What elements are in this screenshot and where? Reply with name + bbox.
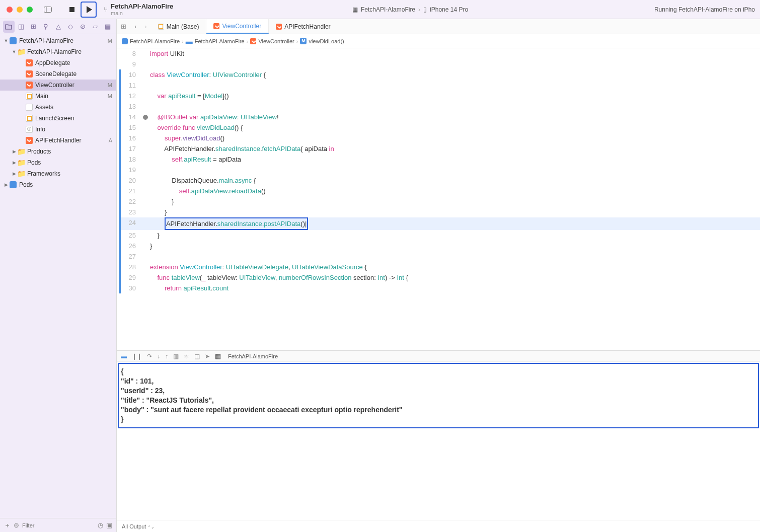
code-line[interactable]: 27	[119, 251, 760, 262]
code-line[interactable]: 15 override func viewDidLoad() {	[119, 122, 760, 133]
debug-navigator-icon[interactable]: ⊘	[77, 21, 89, 33]
tree-row[interactable]: ⓘInfo	[0, 124, 116, 135]
disclosure-icon[interactable]: ▶	[11, 149, 17, 154]
tree-row[interactable]: ▶📁Frameworks	[0, 168, 116, 179]
code-text[interactable]: APIFetchHandler.sharedInstance.postAPIDa…	[150, 217, 308, 230]
jump-bar[interactable]: FetchAPI-AlamoFire › ▬FetchAPI-AlamoFire…	[117, 34, 760, 48]
tree-row[interactable]: ▼📁FetchAPI-AlamoFire	[0, 46, 116, 57]
crumb-file[interactable]: ViewController	[258, 38, 294, 44]
gutter[interactable]	[141, 69, 150, 80]
gutter[interactable]	[141, 80, 150, 91]
code-line[interactable]: 11	[119, 80, 760, 91]
breakpoints-toggle-icon[interactable]: ▬	[121, 353, 127, 360]
code-line[interactable]: 24 APIFetchHandler.sharedInstance.postAP…	[119, 217, 760, 230]
code-text[interactable]: }	[150, 207, 167, 217]
code-line[interactable]: 29 func tableView(_ tableView: UITableVi…	[119, 272, 760, 283]
code-line[interactable]: 13	[119, 101, 760, 112]
code-line[interactable]: 10class ViewController: UIViewController…	[119, 69, 760, 80]
code-text[interactable]: extension ViewController: UITableViewDel…	[150, 262, 367, 272]
close-window-button[interactable]	[7, 7, 13, 13]
code-text[interactable]: var apiResult = [Model]()	[150, 91, 229, 101]
run-button[interactable]	[81, 2, 97, 18]
crumb-folder[interactable]: FetchAPI-AlamoFire	[195, 38, 245, 44]
find-navigator-icon[interactable]: ⚲	[40, 21, 52, 33]
related-items-icon[interactable]: ⊞	[117, 19, 130, 34]
gutter[interactable]	[141, 207, 150, 217]
step-out-icon[interactable]: ↑	[165, 353, 168, 360]
add-icon[interactable]: ＋	[4, 521, 11, 530]
outlet-connection-icon[interactable]	[143, 115, 148, 120]
gutter[interactable]	[141, 143, 150, 154]
test-navigator-icon[interactable]: ◇	[65, 21, 77, 33]
env-overrides-icon[interactable]: ◫	[194, 353, 200, 360]
zoom-window-button[interactable]	[27, 7, 33, 13]
disclosure-icon[interactable]: ▶	[11, 171, 17, 176]
code-line[interactable]: 23 }	[119, 207, 760, 217]
code-text[interactable]: import UIKit	[150, 48, 184, 59]
code-text[interactable]: APIFetchHandler.sharedInstance.fetchAPID…	[150, 143, 334, 154]
gutter[interactable]	[141, 283, 150, 293]
project-tree[interactable]: ▼FetchAPI-AlamoFireM▼📁FetchAPI-AlamoFire…	[0, 34, 116, 518]
code-text[interactable]: DispatchQueue.main.async {	[150, 175, 256, 186]
gutter[interactable]	[141, 133, 150, 143]
gutter[interactable]	[141, 196, 150, 207]
code-text[interactable]: }	[150, 196, 174, 207]
gutter[interactable]	[141, 262, 150, 272]
gutter[interactable]	[141, 230, 150, 241]
code-line[interactable]: 8import UIKit	[119, 48, 760, 59]
run-destination[interactable]: ▦ FetchAPI-AlamoFire › ▯ iPhone 14 Pro	[352, 6, 475, 13]
code-line[interactable]: 30 return apiResult.count	[119, 283, 760, 293]
code-text[interactable]: @IBOutlet var apiDataView: UITableView!	[150, 112, 279, 122]
crumb-symbol[interactable]: viewDidLoad()	[309, 38, 344, 44]
disclosure-icon[interactable]: ▼	[3, 38, 9, 43]
disclosure-icon[interactable]: ▼	[11, 49, 17, 54]
code-line[interactable]: 25 }	[119, 230, 760, 241]
code-line[interactable]: 12 var apiResult = [Model]()	[119, 91, 760, 101]
crumb-project[interactable]: FetchAPI-AlamoFire	[130, 38, 180, 44]
tree-row[interactable]: ▶📁Pods	[0, 157, 116, 168]
disclosure-icon[interactable]: ▶	[3, 182, 9, 187]
code-line[interactable]: 22 }	[119, 196, 760, 207]
code-line[interactable]: 16 super.viewDidLoad()	[119, 133, 760, 143]
editor-tab[interactable]: ViewController	[206, 19, 269, 34]
code-text[interactable]: self.apiDataView.reloadData()	[150, 186, 266, 196]
process-name[interactable]: FetchAPI-AlamoFire	[228, 353, 278, 359]
gutter[interactable]	[141, 91, 150, 101]
gutter[interactable]	[141, 154, 150, 165]
code-line[interactable]: 14 @IBOutlet var apiDataView: UITableVie…	[119, 112, 760, 122]
stop-button[interactable]	[66, 4, 78, 15]
gutter[interactable]	[141, 112, 150, 122]
back-button[interactable]: ‹	[130, 19, 140, 34]
scm-filter-icon[interactable]: ▣	[106, 521, 112, 529]
forward-button[interactable]: ›	[140, 19, 150, 34]
view-debug-icon[interactable]: ▥	[173, 353, 179, 360]
filter-input[interactable]	[22, 522, 95, 528]
code-line[interactable]: 19	[119, 165, 760, 175]
source-control-navigator-icon[interactable]: ◫	[16, 21, 27, 33]
report-navigator-icon[interactable]: ▤	[102, 21, 114, 33]
code-line[interactable]: 17 APIFetchHandler.sharedInstance.fetchA…	[119, 143, 760, 154]
tree-row[interactable]: APIFetchHandlerA	[0, 135, 116, 146]
tree-row[interactable]: ▼FetchAPI-AlamoFireM	[0, 35, 116, 46]
code-text[interactable]: super.viewDidLoad()	[150, 133, 224, 143]
gutter[interactable]	[141, 59, 150, 69]
gutter[interactable]	[141, 175, 150, 186]
memory-graph-icon[interactable]: ⚛	[184, 353, 189, 360]
issue-navigator-icon[interactable]: △	[52, 21, 64, 33]
symbol-navigator-icon[interactable]: ⊞	[28, 21, 39, 33]
tree-row[interactable]: ▶Pods	[0, 179, 116, 190]
recent-filter-icon[interactable]: ◷	[98, 521, 103, 529]
step-over-icon[interactable]: ↷	[147, 353, 152, 360]
editor-tab[interactable]: APIFetchHandler	[269, 19, 338, 34]
code-text[interactable]: self.apiResult = apiData	[150, 154, 241, 165]
code-text[interactable]: class ViewController: UIViewController {	[150, 69, 266, 80]
location-icon[interactable]: ➤	[205, 353, 210, 360]
tree-row[interactable]: MainM	[0, 91, 116, 102]
pause-icon[interactable]: ❙❙	[132, 353, 142, 360]
minimize-window-button[interactable]	[17, 7, 23, 13]
gutter[interactable]	[141, 165, 150, 175]
scheme-selector[interactable]: ⑂ FetchAPI-AlamoFire main	[104, 3, 173, 16]
code-line[interactable]: 26}	[119, 241, 760, 251]
code-text[interactable]: return apiResult.count	[150, 283, 229, 293]
filter-icon[interactable]: ⊜	[14, 521, 19, 529]
